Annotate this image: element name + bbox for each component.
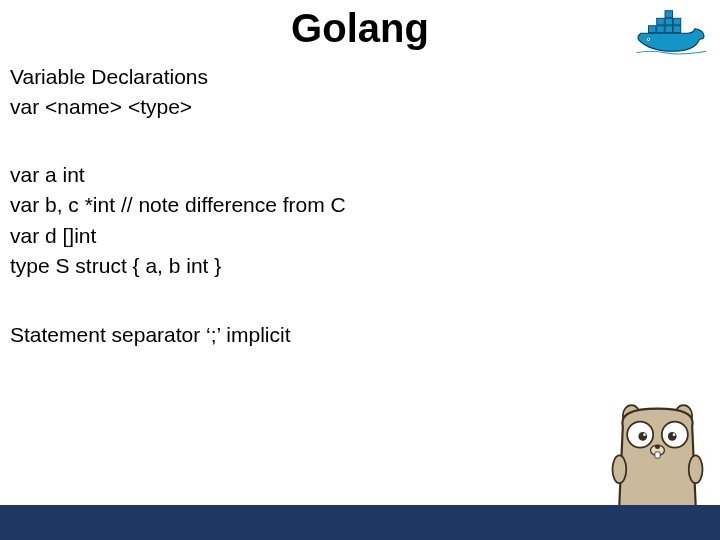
svg-point-9: [648, 39, 650, 41]
page-title: Golang: [0, 6, 720, 51]
svg-point-19: [668, 432, 677, 441]
svg-point-18: [638, 432, 647, 441]
svg-rect-5: [665, 18, 673, 25]
svg-point-23: [655, 445, 660, 449]
section-declarations: Variable Declarations var <name> <type>: [10, 62, 208, 123]
svg-rect-6: [673, 18, 681, 25]
svg-rect-0: [649, 26, 657, 33]
docker-logo-icon: [635, 5, 710, 60]
declarations-heading: Variable Declarations: [10, 62, 208, 92]
footer-bar: [0, 505, 720, 540]
example-line-3: var d []int: [10, 221, 346, 251]
svg-rect-3: [673, 26, 681, 33]
svg-rect-7: [665, 11, 673, 18]
section-separator-note: Statement separator ‘;’ implicit: [10, 320, 291, 350]
section-examples: var a int var b, c *int // note differen…: [10, 160, 346, 282]
example-line-1: var a int: [10, 160, 346, 190]
svg-rect-1: [657, 26, 665, 33]
svg-rect-2: [665, 26, 673, 33]
declarations-syntax: var <name> <type>: [10, 92, 208, 122]
example-line-2: var b, c *int // note difference from C: [10, 190, 346, 220]
svg-point-12: [612, 455, 626, 483]
svg-point-13: [689, 455, 703, 483]
example-line-4: type S struct { a, b int }: [10, 251, 346, 281]
separator-note: Statement separator ‘;’ implicit: [10, 320, 291, 350]
svg-point-21: [673, 433, 676, 436]
svg-rect-4: [657, 18, 665, 25]
svg-point-20: [643, 433, 646, 436]
svg-rect-24: [655, 452, 660, 458]
